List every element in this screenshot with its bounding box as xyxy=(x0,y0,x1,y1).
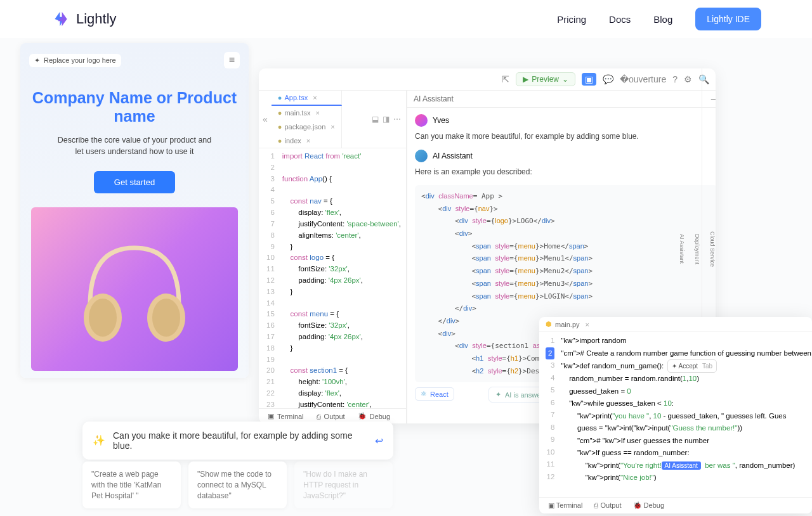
file-icon: ● xyxy=(278,123,282,131)
close-icon[interactable]: × xyxy=(586,321,589,328)
top-nav: Lightly Pricing Docs Blog Lightly IDE xyxy=(0,0,812,38)
lightly-logo-icon xyxy=(51,9,71,29)
py-tab-name[interactable]: main.py xyxy=(555,321,580,328)
preview-sub: Describe the core value of your product … xyxy=(29,134,240,157)
split-right-icon[interactable]: ◨ xyxy=(383,115,390,124)
ai-intro: Here is an example you described: xyxy=(415,167,716,176)
preview-headline: Company Name or Product name xyxy=(29,89,240,126)
sparkle-icon: ✨ xyxy=(93,434,105,447)
layout-icon[interactable]: ▣ xyxy=(582,73,596,86)
react-icon: ⚛ xyxy=(421,390,427,398)
rail-cloud[interactable]: Cloud Service xyxy=(709,231,716,267)
py-terminal-tab[interactable]: ▣ Terminal xyxy=(548,501,582,510)
close-icon[interactable]: × xyxy=(306,137,310,145)
ai-name: AI Assistant xyxy=(433,152,473,160)
assistant-title: AI Assistant xyxy=(414,94,454,103)
accept-suggestion-chip[interactable]: ✦ Accept Tab xyxy=(667,359,717,373)
terminal-tab[interactable]: ▣ Terminal xyxy=(268,412,304,420)
nav-pricing[interactable]: Pricing xyxy=(557,14,586,25)
react-badge[interactable]: ⚛ React xyxy=(415,387,454,401)
py-debug-tab[interactable]: 🐞 Debug xyxy=(633,501,664,510)
send-icon[interactable]: ↩ xyxy=(375,435,383,447)
user-avatar xyxy=(415,114,428,127)
editor-tabs: « ●App.tsx×●main.tsx×●package.json×●inde… xyxy=(259,91,406,148)
collapse-icon[interactable]: « xyxy=(259,114,272,124)
nav-blog[interactable]: Blog xyxy=(653,14,672,25)
nav-links: Pricing Docs Blog Lightly IDE xyxy=(557,8,761,30)
close-icon[interactable]: × xyxy=(331,123,334,131)
close-icon[interactable]: × xyxy=(315,109,319,117)
chevron-down-icon: ⌄ xyxy=(562,75,568,84)
preview-logo-placeholder[interactable]: ✦ Replace your logo here xyxy=(29,54,121,67)
lightly-ide-button[interactable]: Lightly IDE xyxy=(695,8,761,30)
chat-icon[interactable]: 💬 xyxy=(603,74,613,84)
ai-assistant-chip: AI Asisstant xyxy=(662,461,701,470)
editor-tab-maintsx[interactable]: ●main.tsx× xyxy=(272,106,342,120)
preview-hero-image xyxy=(31,207,238,371)
nav-docs[interactable]: Docs xyxy=(609,14,631,25)
sparkle-icon: ✦ xyxy=(495,390,501,399)
app-preview-panel: ✦ Replace your logo here ≡ Company Name … xyxy=(20,43,249,378)
editor-column: « ●App.tsx×●main.tsx×●package.json×●inde… xyxy=(259,91,407,423)
suggestion-3[interactable]: "How do I make an HTTP request in JavaSc… xyxy=(294,461,393,508)
close-icon[interactable]: × xyxy=(313,94,317,101)
rail-deploy[interactable]: Deployment xyxy=(694,234,700,264)
ide-toolbar: ⇱ ▶ Preview ⌄ ▣ 💬 �ouverture ? ⚙ 🔍 xyxy=(259,68,716,91)
help-icon[interactable]: ? xyxy=(672,74,678,84)
python-icon: ⬢ xyxy=(546,320,552,328)
floating-python-editor: ⬢ main.py × 123456789101112 "kw">import … xyxy=(539,317,812,513)
split-down-icon[interactable]: ⬓ xyxy=(372,115,379,124)
hamburger-icon[interactable]: ≡ xyxy=(224,52,240,68)
preview-button[interactable]: ▶ Preview ⌄ xyxy=(516,72,575,86)
editor-tab-packagejson[interactable]: ●package.json× xyxy=(272,120,342,134)
rocket-icon[interactable]: ⇱ xyxy=(502,74,509,84)
prompt-suggestions: "Create a web page with the title 'KatMa… xyxy=(82,461,393,508)
debug-tab[interactable]: 🐞 Debug xyxy=(358,412,390,420)
file-icon: ● xyxy=(278,94,282,101)
svg-point-3 xyxy=(152,299,180,337)
file-icon: ● xyxy=(278,137,282,145)
suggestion-2[interactable]: "Show me the code to connect to a MySQL … xyxy=(188,461,287,508)
share-icon[interactable]: �ouverture xyxy=(620,74,666,84)
prompt-input-bar[interactable]: ✨ Can you make it more beautiful, for ex… xyxy=(82,422,393,460)
brand-logo[interactable]: Lightly xyxy=(51,9,117,29)
headphones-icon xyxy=(71,229,198,349)
file-icon: ● xyxy=(278,109,282,117)
brand-name: Lightly xyxy=(76,11,117,27)
prompt-text[interactable]: Can you make it more beautiful, for exam… xyxy=(113,430,367,451)
suggestion-1[interactable]: "Create a web page with the title 'KatMa… xyxy=(82,461,181,508)
more-icon[interactable]: ⋯ xyxy=(393,115,401,124)
user-message: Can you make it more beautiful, for exam… xyxy=(415,132,716,141)
rail-assistant[interactable]: AI Assistant xyxy=(679,234,685,264)
output-tab[interactable]: ⎙ Output xyxy=(317,412,345,420)
svg-point-1 xyxy=(89,299,117,337)
editor-tab-Apptsx[interactable]: ●App.tsx× xyxy=(272,91,342,106)
py-output-tab[interactable]: ⎙ Output xyxy=(594,501,621,510)
sparkle-icon: ✦ xyxy=(34,56,40,65)
code-editor[interactable]: 1234567891011121314151617181920212223242… xyxy=(259,148,406,408)
ai-avatar xyxy=(415,150,428,162)
play-icon: ▶ xyxy=(523,75,528,84)
user-name: Yves xyxy=(433,116,449,125)
get-started-button[interactable]: Get started xyxy=(94,171,175,193)
editor-tab-index[interactable]: ●index× xyxy=(272,134,342,148)
gear-icon[interactable]: ⚙ xyxy=(684,74,692,84)
